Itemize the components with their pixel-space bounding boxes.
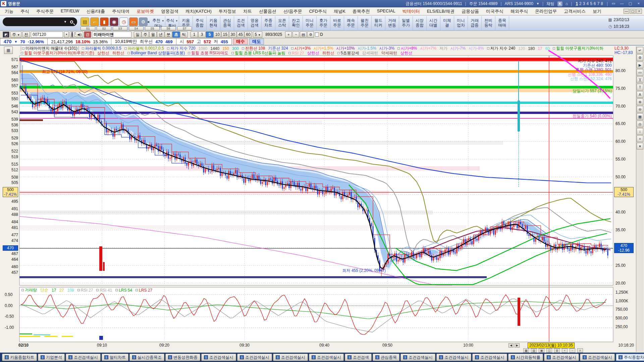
- toolbar-button-주식종합[interactable]: 주식종합: [193, 16, 207, 30]
- interval-3[interactable]: 3: [198, 32, 206, 38]
- toolbar-button-미니주문[interactable]: 미니주문: [303, 16, 317, 30]
- minimize-button[interactable]: —: [619, 1, 625, 6]
- taskbar-item[interactable]: 1키움종합차트: [2, 354, 37, 361]
- taskbar-item[interactable]: 1실시간종목조: [129, 354, 164, 361]
- indicator-checkbox[interactable]: [397, 47, 400, 50]
- taskbar-item[interactable]: 1멀티차트: [102, 354, 128, 361]
- indicator-checkbox[interactable]: [291, 47, 293, 50]
- chart-tool-icon[interactable]: −: [570, 348, 575, 353]
- kiwoom-icon[interactable]: K: [557, 1, 562, 6]
- taskbar-item[interactable]: 1관심종목: [373, 354, 399, 361]
- menu-item[interactable]: 금융상품: [462, 8, 479, 14]
- taskbar-item[interactable]: 1조건검색실시: [273, 354, 308, 361]
- screen-tab-S1[interactable]: S1: [80, 26, 95, 31]
- buy-button[interactable]: 매수: [233, 39, 248, 45]
- menu-item[interactable]: 선물옵션: [259, 8, 276, 14]
- toolbar-button-일별주가[interactable]: 일별주가: [399, 16, 413, 30]
- collapse-icon[interactable]: ◀: [147, 20, 149, 23]
- menu-item[interactable]: SPECIAL: [377, 8, 395, 14]
- indicator-checkbox[interactable]: [167, 47, 169, 50]
- toolbar-button-오픈스탁[interactable]: 오픈스탁: [275, 16, 289, 30]
- monitor-icon[interactable]: ▭: [129, 17, 138, 26]
- chart-tool-icon[interactable]: +: [562, 348, 568, 353]
- indicator-checkbox[interactable]: [242, 47, 244, 50]
- sell-button[interactable]: 매도: [249, 39, 264, 45]
- right-tool-icon[interactable]: T: [637, 84, 643, 90]
- menu-item[interactable]: 보기: [593, 8, 601, 14]
- screen-number-7[interactable]: 7: [597, 1, 600, 6]
- screen-tab-S2[interactable]: S2: [97, 26, 111, 31]
- toolbar-button-거래급증[interactable]: 거래급증: [468, 16, 482, 30]
- camera-icon[interactable]: ◉: [110, 17, 118, 26]
- menu-item[interactable]: 차트: [243, 8, 252, 14]
- menu-item[interactable]: 채널K: [334, 8, 345, 14]
- indicator-checkbox[interactable]: [21, 289, 24, 291]
- menu-item[interactable]: 해외주식: [511, 8, 528, 14]
- interval-1[interactable]: 1: [191, 32, 198, 38]
- screen-tab-S3[interactable]: S3: [113, 26, 127, 31]
- menu-item[interactable]: 빅데이터: [402, 8, 420, 14]
- menu-item[interactable]: 기능: [5, 8, 13, 14]
- right-tool-icon[interactable]: ▦: [637, 113, 643, 120]
- menu-item[interactable]: 고객서비스: [564, 8, 586, 14]
- menu-item[interactable]: 주식대여: [112, 8, 129, 14]
- menu-item[interactable]: ELS/ELB/채권: [427, 8, 454, 14]
- chart-tool-icon[interactable]: ⊞: [554, 348, 560, 353]
- menu-item[interactable]: ETF/ELW: [61, 8, 79, 14]
- search-icon[interactable]: [70, 20, 73, 23]
- indicator-checkbox[interactable]: [553, 47, 555, 50]
- child-close-icon[interactable]: ×: [636, 9, 642, 14]
- screen-number-3[interactable]: 3: [582, 1, 586, 6]
- child-window-controls[interactable]: —▢×: [624, 9, 644, 14]
- multi-monitor-icon[interactable]: ▭: [611, 1, 616, 6]
- menu-item[interactable]: 투자정보: [219, 8, 236, 14]
- add-line-icon[interactable]: ~: [292, 32, 299, 38]
- period-초[interactable]: 초: [172, 32, 180, 38]
- toolbar-button-월드티커[interactable]: 월드티커: [372, 16, 385, 30]
- close-button[interactable]: ×: [636, 1, 641, 6]
- settings-icon[interactable]: ⚙: [139, 17, 148, 26]
- screen-tab-S6[interactable]: S6: [161, 26, 176, 31]
- taskbar-item[interactable]: 1조건검색실시: [472, 354, 507, 361]
- indicator-checkbox[interactable]: [288, 52, 291, 54]
- toolbar-button-미니업차[interactable]: 미니업차: [454, 16, 468, 30]
- indicator-checkbox[interactable]: [22, 47, 24, 50]
- toolbar-button-쾌속주문[interactable]: 쾌속주문: [344, 16, 358, 30]
- taskbar-item[interactable]: 1조건검색실시: [580, 354, 615, 361]
- taskbar-item[interactable]: 1조건검색실시: [544, 354, 579, 361]
- menu-item[interactable]: 온라인업무: [535, 8, 557, 14]
- menu-item[interactable]: 미국주식: [486, 8, 503, 14]
- screen-tab-S7[interactable]: S7: [177, 26, 192, 31]
- chart-tool-icon[interactable]: ▣: [539, 348, 544, 353]
- add-candle-icon[interactable]: +: [285, 32, 292, 38]
- page-prev-icon[interactable]: ◀: [508, 343, 514, 348]
- screen-tab-S4[interactable]: S4: [129, 26, 144, 31]
- chart-tool-icon[interactable]: ▩: [523, 348, 529, 353]
- asset-type-dropdown[interactable]: 주 ▼: [10, 32, 21, 38]
- indicator-checkbox[interactable]: [77, 289, 80, 291]
- right-tool-icon[interactable]: ↵: [637, 47, 643, 54]
- chart-tool-icon[interactable]: ◫: [546, 348, 552, 353]
- d-checkbox[interactable]: [315, 33, 319, 37]
- save-chart-icon[interactable]: ▤: [300, 32, 307, 38]
- menu-item[interactable]: 영웅검색: [161, 8, 178, 14]
- code-dropdown-icon[interactable]: ▾: [64, 32, 69, 38]
- speaker-icon[interactable]: ◀)): [75, 32, 83, 38]
- right-tool-icon[interactable]: ▾: [637, 143, 643, 149]
- indicator-checkbox[interactable]: [136, 289, 138, 291]
- interval-15[interactable]: 15: [221, 32, 229, 38]
- toolbar-button-조건검색[interactable]: 조건검색: [234, 16, 248, 30]
- toolbar-button-호가주문[interactable]: 호가주문: [317, 16, 330, 30]
- search-input[interactable]: ▼: [3, 17, 77, 26]
- taskbar-item[interactable]: 1시간외등락률: [508, 354, 543, 361]
- stock-code-input[interactable]: 007120: [31, 32, 63, 38]
- child-minimize-icon[interactable]: —: [624, 9, 629, 14]
- period-일[interactable]: 일: [134, 32, 141, 38]
- chart-tool-icon[interactable]: A: [577, 348, 583, 353]
- stock-search-icon[interactable]: [70, 32, 74, 38]
- toolbar-button-바로주문[interactable]: 바로주문: [330, 16, 344, 30]
- main-chart-canvas[interactable]: 최고 572 (18.71%, 09:00)최저 455 (2.20%, 09:…: [0, 46, 636, 353]
- indicator-checkbox[interactable]: [124, 47, 127, 50]
- restore-button[interactable]: ▢: [628, 1, 633, 6]
- toolbar-button-거래변동[interactable]: 거래변동: [385, 16, 399, 30]
